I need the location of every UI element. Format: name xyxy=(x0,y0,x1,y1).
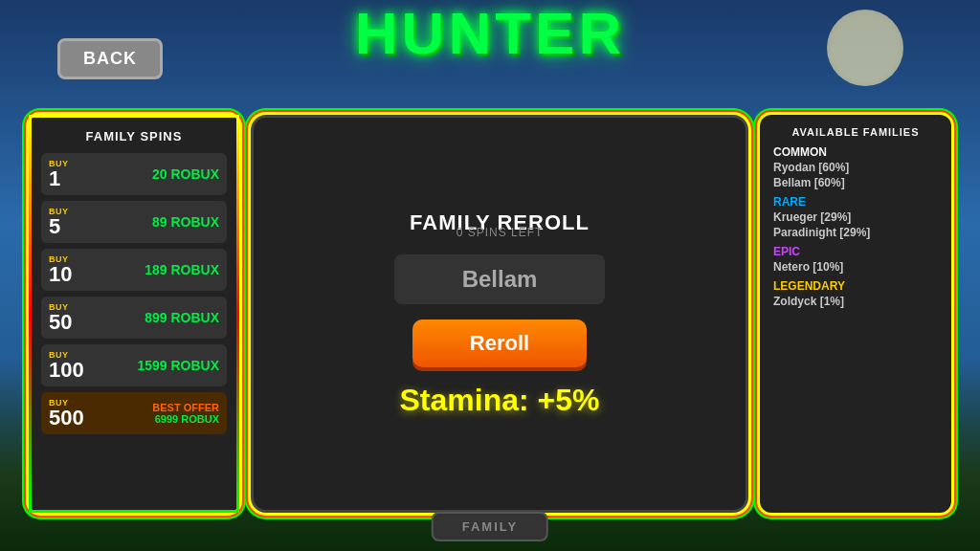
best-offer-price: 6999 ROBUX xyxy=(152,413,219,425)
spin-left-3: BUY 10 xyxy=(49,254,72,285)
reroll-title-group: FAMILY REROLL 0 SPINS LEFT xyxy=(410,210,590,239)
reroll-button[interactable]: Reroll xyxy=(412,320,587,367)
best-offer-prices: BEST OFFER 6999 ROBUX xyxy=(152,402,219,425)
spin-price-3: 189 ROBUX xyxy=(145,262,219,277)
spin-row-4[interactable]: BUY 50 899 ROBUX xyxy=(41,297,227,339)
rarity-epic-label: EPIC xyxy=(773,245,938,258)
spin-amount-3: 10 xyxy=(49,264,72,285)
family-bellam: Bellam [60%] xyxy=(773,176,938,189)
family-paradinight: Paradinight [29%] xyxy=(773,226,938,239)
spin-amount-6: 500 xyxy=(49,408,84,429)
spin-price-2: 89 ROBUX xyxy=(152,214,219,230)
spin-left-1: BUY 1 xyxy=(49,159,69,189)
family-spins-title: FAMILY SPINS xyxy=(41,129,227,143)
spin-row-3[interactable]: BUY 10 189 ROBUX xyxy=(41,249,227,291)
spin-price-4: 899 ROBUX xyxy=(145,310,219,325)
available-families-title: AVAILABLE FAMILIES xyxy=(773,126,938,138)
rarity-rare-label: RARE xyxy=(773,195,938,209)
rarity-common-label: COMMON xyxy=(773,145,938,159)
game-title: HUNTER xyxy=(355,0,625,63)
back-button[interactable]: BACK xyxy=(57,38,163,79)
family-ryodan: Ryodan [60%] xyxy=(773,161,938,174)
spin-price-1: 20 ROBUX xyxy=(152,166,219,182)
spin-row-6[interactable]: BUY 500 BEST OFFER 6999 ROBUX xyxy=(41,392,227,434)
stamina-text: Stamina: +5% xyxy=(400,383,600,418)
family-tab[interactable]: FAMILY xyxy=(432,512,548,541)
spin-row-2[interactable]: BUY 5 89 ROBUX xyxy=(41,201,227,243)
spin-amount-2: 5 xyxy=(49,216,60,237)
best-offer-label: BEST OFFER xyxy=(152,402,219,413)
family-zoldyck: Zoldyck [1%] xyxy=(773,295,938,308)
spin-left-2: BUY 5 xyxy=(49,207,69,237)
family-reroll-panel: FAMILY REROLL 0 SPINS LEFT Bellam Reroll… xyxy=(251,115,748,513)
current-family: Bellam xyxy=(462,266,538,292)
spin-amount-5: 100 xyxy=(49,360,84,381)
family-netero: Netero [10%] xyxy=(773,260,938,274)
moon-decoration xyxy=(827,10,903,86)
spin-price-5: 1599 ROBUX xyxy=(137,358,219,373)
family-krueger: Krueger [29%] xyxy=(773,210,938,224)
available-families-panel: AVAILABLE FAMILIES COMMON Ryodan [60%] B… xyxy=(760,115,951,513)
spin-left-6: BUY 500 xyxy=(49,398,84,429)
spin-amount-4: 50 xyxy=(49,312,72,333)
spin-row-5[interactable]: BUY 100 1599 ROBUX xyxy=(41,344,227,386)
spin-left-4: BUY 50 xyxy=(49,302,72,333)
family-display: Bellam xyxy=(394,254,605,304)
spin-amount-1: 1 xyxy=(49,168,60,189)
spin-left-5: BUY 100 xyxy=(49,350,84,381)
spin-row-1[interactable]: BUY 1 20 ROBUX xyxy=(41,153,227,195)
rarity-legendary-label: LEGENDARY xyxy=(773,279,938,293)
panels-container: FAMILY SPINS BUY 1 20 ROBUX BUY 5 89 ROB… xyxy=(29,115,951,513)
family-spins-panel: FAMILY SPINS BUY 1 20 ROBUX BUY 5 89 ROB… xyxy=(29,115,239,513)
